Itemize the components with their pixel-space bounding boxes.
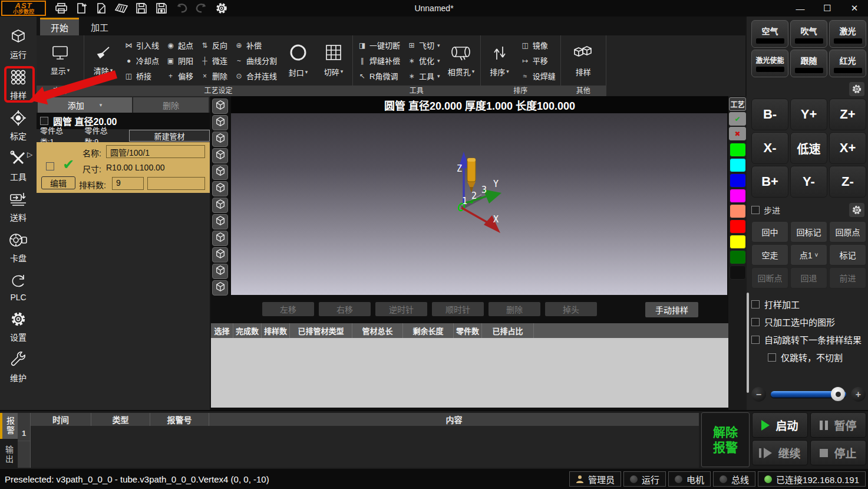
- nest-table-body[interactable]: [211, 338, 728, 408]
- ribbon-item-one-key-cut[interactable]: ◨一键切断: [358, 40, 400, 51]
- slider-knob[interactable]: [831, 387, 845, 401]
- ribbon-item-compensation[interactable]: ⊕补偿: [235, 40, 277, 51]
- name-field[interactable]: 圆管/100/1: [106, 145, 205, 158]
- air-toggle[interactable]: 空气: [751, 20, 788, 48]
- minimize-button[interactable]: —: [787, 0, 814, 17]
- view-orientation-button[interactable]: [212, 280, 228, 296]
- jog-b-plus[interactable]: B+: [751, 166, 788, 198]
- settings-gear-icon[interactable]: [214, 2, 229, 15]
- bus-status[interactable]: 总线: [713, 471, 755, 487]
- layer-color-swatch[interactable]: [730, 189, 746, 203]
- ribbon-item-weld-compensation[interactable]: ∥焊缝补偿: [358, 55, 400, 66]
- jog-z-plus[interactable]: Z+: [829, 99, 866, 130]
- sidebar-item-run[interactable]: 运行: [1, 28, 35, 60]
- option-cut-selected-only[interactable]: 只加工选中的图形: [751, 316, 866, 328]
- go-center-button[interactable]: 回中: [751, 221, 788, 242]
- option-jump-only[interactable]: 仅跳转，不切割: [768, 351, 866, 363]
- apply-check-button[interactable]: ✔: [729, 112, 746, 126]
- view-orientation-button[interactable]: [212, 181, 228, 196]
- view-orientation-button[interactable]: [212, 99, 228, 114]
- go-mark-button[interactable]: 回标记: [790, 221, 827, 242]
- jog-x-plus[interactable]: X+: [829, 132, 866, 164]
- extra-field[interactable]: [147, 177, 205, 190]
- ribbon-item-cooling-point[interactable]: ●冷却点: [124, 55, 159, 66]
- step-checkbox[interactable]: [751, 206, 760, 214]
- view-orientation-button[interactable]: [212, 165, 228, 180]
- layer-color-swatch[interactable]: [730, 219, 746, 234]
- part-card[interactable]: ✔ 名称: 圆管/100/1 尺寸: R10.00 L100.00 编辑 排料数…: [37, 142, 210, 193]
- laser-enable-toggle[interactable]: 激光使能: [751, 50, 788, 77]
- ribbon-item-set-weld-seam[interactable]: ≈设焊缝: [521, 70, 556, 81]
- tab-alarm[interactable]: 报警: [0, 413, 18, 439]
- part-checkbox[interactable]: [46, 162, 54, 170]
- run-status[interactable]: 运行: [623, 471, 666, 487]
- nesting-button[interactable]: 排样: [569, 44, 598, 77]
- process-button[interactable]: 工艺: [729, 97, 746, 111]
- delete-button[interactable]: 删除: [133, 97, 209, 113]
- dry-run-button[interactable]: 空走: [751, 244, 788, 265]
- layer-color-swatch[interactable]: [730, 235, 746, 249]
- machine-bed-icon[interactable]: [114, 2, 128, 15]
- motor-status[interactable]: 电机: [668, 471, 711, 487]
- slider-minus-button[interactable]: −: [751, 387, 766, 402]
- jog-y-plus[interactable]: Y+: [790, 99, 827, 130]
- ribbon-item-reverse[interactable]: ⇅反向: [200, 40, 227, 51]
- view-orientation-button[interactable]: [212, 214, 228, 229]
- panel-collapse-arrow[interactable]: ▷: [27, 150, 32, 159]
- clear-alarm-button[interactable]: 解除 报警: [701, 412, 750, 467]
- io-settings-button[interactable]: [849, 82, 864, 96]
- ribbon-item-fly-cut[interactable]: ⊞飞切▾: [407, 40, 440, 51]
- checkbox[interactable]: [751, 318, 760, 326]
- ribbon-item-offset[interactable]: +偏移: [166, 70, 193, 81]
- intersect-hole-button[interactable]: 相贯孔▾: [447, 44, 476, 77]
- display-button[interactable]: 显示▾: [46, 45, 74, 76]
- sort-button[interactable]: 排序▾: [486, 44, 514, 77]
- sidebar-item-chuck[interactable]: 卡盘: [1, 232, 35, 264]
- sidebar-item-calibration[interactable]: 标定: [1, 110, 35, 142]
- shred-button[interactable]: 切碎▾: [319, 44, 348, 77]
- manual-nest-button[interactable]: 手动排样: [645, 302, 698, 317]
- new-file-icon[interactable]: [74, 2, 88, 15]
- layer-color-swatch[interactable]: [730, 250, 746, 264]
- laser-toggle[interactable]: 激光: [829, 20, 866, 48]
- layer-color-swatch[interactable]: [730, 204, 746, 218]
- jog-y-minus[interactable]: Y-: [790, 166, 827, 198]
- view-orientation-button[interactable]: [212, 148, 228, 163]
- follow-toggle[interactable]: 跟随: [790, 50, 827, 77]
- slider-plus-button[interactable]: +: [851, 387, 866, 402]
- ribbon-item-lead-in-line[interactable]: ⋈引入线: [124, 40, 159, 51]
- user-status[interactable]: 管理员: [569, 471, 621, 487]
- seal-button[interactable]: 封口▾: [284, 44, 312, 78]
- layer-color-swatch[interactable]: [730, 265, 746, 280]
- layer-color-swatch[interactable]: [730, 143, 746, 157]
- save-icon[interactable]: [134, 2, 148, 15]
- blow-toggle[interactable]: 吹气: [790, 20, 827, 48]
- layer-color-swatch[interactable]: [730, 158, 746, 172]
- red-light-toggle[interactable]: 红光: [829, 50, 866, 77]
- option-auto-jump-next[interactable]: 自动跳转下一条排样结果: [751, 333, 866, 346]
- view-orientation-button[interactable]: [212, 132, 228, 147]
- sidebar-item-nesting[interactable]: 排样: [1, 69, 35, 101]
- jog-z-minus[interactable]: Z-: [829, 166, 866, 198]
- checkbox[interactable]: [751, 336, 760, 344]
- new-tube-button[interactable]: 新建管材: [129, 130, 210, 142]
- jog-x-minus[interactable]: X-: [751, 132, 788, 164]
- view-orientation-button[interactable]: [212, 264, 228, 279]
- ribbon-item-optimize[interactable]: ∗优化▾: [407, 55, 440, 66]
- ribbon-item-r-corner-tune[interactable]: ↖R角微调: [358, 70, 400, 81]
- ribbon-item-micro-joint[interactable]: ┼微连: [200, 55, 227, 66]
- panel-scrollbar[interactable]: [747, 293, 749, 393]
- sidebar-item-plc[interactable]: PLC: [1, 273, 35, 302]
- mark-button[interactable]: 标记: [829, 244, 866, 265]
- ribbon-item-translate[interactable]: ↦平移: [521, 55, 556, 66]
- tube-checkbox[interactable]: [40, 117, 48, 125]
- jog-b-minus[interactable]: B-: [751, 99, 788, 130]
- cancel-x-button[interactable]: ✖: [729, 127, 746, 140]
- view-orientation-button[interactable]: [212, 247, 228, 262]
- nest-count-field[interactable]: 9: [112, 177, 144, 190]
- log-table-body[interactable]: [31, 426, 699, 468]
- ribbon-item-merge-lines[interactable]: ⊙合并连线: [235, 70, 277, 81]
- tab-start[interactable]: 开始: [40, 18, 79, 35]
- save-as-icon[interactable]: [154, 2, 169, 15]
- go-origin-button[interactable]: 回原点: [829, 221, 866, 242]
